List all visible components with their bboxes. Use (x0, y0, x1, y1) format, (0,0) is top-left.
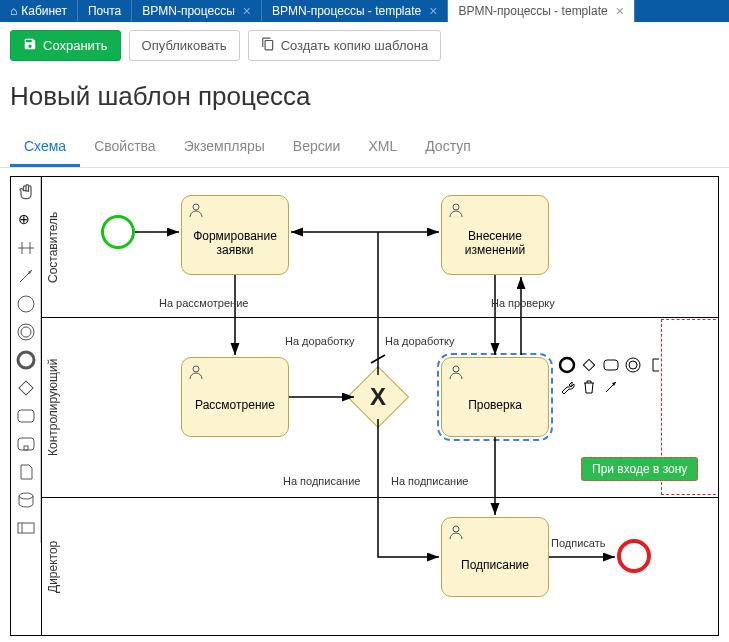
task-label: Подписание (461, 558, 529, 572)
svg-point-14 (19, 493, 33, 499)
flow-label: На доработку (285, 335, 355, 347)
svg-point-24 (626, 358, 640, 372)
svg-point-18 (453, 204, 459, 210)
flow-label: На проверку (491, 297, 555, 309)
tab-versions[interactable]: Версии (279, 128, 355, 167)
action-toolbar: Сохранить Опубликовать Создать копию шаб… (0, 22, 729, 69)
tab-schema[interactable]: Схема (10, 128, 80, 167)
flow-label: На подписание (283, 475, 360, 487)
copy-template-button[interactable]: Создать копию шаблона (248, 30, 442, 61)
close-icon[interactable]: × (429, 3, 437, 19)
section-tabs: Схема Свойства Экземпляры Версии XML Дос… (0, 128, 729, 168)
diagram-surface[interactable]: Составитель Контролирующий Директор Форм… (41, 177, 718, 635)
top-bar: ⌂Кабинет Почта BPMN-процессы× BPMN-проце… (0, 0, 729, 22)
copy-icon (261, 37, 275, 54)
context-pad (557, 355, 677, 397)
annotation-icon[interactable] (645, 355, 665, 375)
start-event[interactable] (101, 215, 135, 249)
tab-instances[interactable]: Экземпляры (170, 128, 279, 167)
flow-label: На подписание (391, 475, 468, 487)
zone-entry-badge[interactable]: При входе в зону (581, 457, 698, 481)
connect-tool-icon[interactable] (14, 265, 38, 287)
tool-palette: ⊕ (11, 177, 41, 543)
participant-icon[interactable] (14, 517, 38, 539)
user-icon (188, 202, 204, 221)
svg-point-6 (18, 296, 34, 312)
append-intermediate-icon[interactable] (623, 355, 643, 375)
gateway-x-label: X (356, 375, 400, 419)
nav-cabinet[interactable]: ⌂Кабинет (0, 0, 78, 22)
tab-bpmn-2[interactable]: BPMN-процессы - template× (262, 0, 448, 22)
close-icon[interactable]: × (243, 3, 251, 19)
task-changes[interactable]: Внесение изменений (441, 195, 549, 275)
svg-point-19 (193, 366, 199, 372)
svg-text:⊕: ⊕ (18, 211, 30, 227)
subprocess-icon[interactable] (14, 433, 38, 455)
svg-rect-13 (24, 446, 28, 450)
save-icon (23, 37, 37, 54)
lane-label: Контролирующий (41, 317, 63, 497)
save-button[interactable]: Сохранить (10, 30, 121, 61)
wrench-icon[interactable] (557, 377, 577, 397)
svg-rect-22 (583, 359, 594, 370)
svg-point-21 (560, 358, 574, 372)
task-sign[interactable]: Подписание (441, 517, 549, 597)
publish-button[interactable]: Опубликовать (129, 30, 240, 61)
svg-rect-12 (18, 438, 34, 450)
page-title: Новый шаблон процесса (0, 69, 729, 128)
task-review[interactable]: Рассмотрение (181, 357, 289, 437)
task-label: Формирование заявки (190, 229, 280, 257)
connect-icon[interactable] (601, 377, 621, 397)
flow-label: Подписать (551, 537, 605, 549)
task-icon[interactable] (14, 405, 38, 427)
append-gateway-icon[interactable] (579, 355, 599, 375)
data-object-icon[interactable] (14, 461, 38, 483)
lane-label: Составитель (41, 177, 63, 317)
home-icon: ⌂ (10, 4, 17, 18)
end-event[interactable] (617, 539, 651, 573)
task-label: Проверка (468, 398, 522, 412)
close-icon[interactable]: × (616, 3, 624, 19)
svg-point-17 (193, 204, 199, 210)
data-store-icon[interactable] (14, 489, 38, 511)
lane-label: Директор (41, 497, 63, 635)
end-event-icon[interactable] (14, 349, 38, 371)
svg-rect-10 (18, 381, 32, 395)
svg-rect-23 (604, 360, 618, 370)
task-label: Рассмотрение (195, 398, 275, 412)
tab-properties[interactable]: Свойства (80, 128, 169, 167)
tab-xml[interactable]: XML (354, 128, 411, 167)
hand-tool-icon[interactable] (14, 181, 38, 203)
task-label: Внесение изменений (450, 229, 540, 257)
trash-icon[interactable] (579, 377, 599, 397)
start-event-icon[interactable] (14, 293, 38, 315)
space-tool-icon[interactable] (14, 237, 38, 259)
svg-rect-11 (18, 410, 34, 422)
diagram-canvas[interactable]: ⊕ Составитель Контролирующий Директор (10, 176, 719, 636)
gateway-icon[interactable] (14, 377, 38, 399)
svg-point-25 (629, 361, 637, 369)
svg-rect-15 (18, 523, 34, 533)
append-task-icon[interactable] (601, 355, 621, 375)
user-icon (448, 524, 464, 543)
gateway-exclusive[interactable]: X (356, 375, 400, 419)
flow-label: На доработку (385, 335, 455, 347)
svg-point-20 (453, 366, 459, 372)
user-icon (188, 364, 204, 383)
tab-bpmn-3[interactable]: BPMN-процессы - template× (448, 0, 634, 22)
task-check[interactable]: Проверка (441, 357, 549, 437)
svg-point-28 (453, 526, 459, 532)
tab-bpmn-1[interactable]: BPMN-процессы× (132, 0, 262, 22)
append-end-event-icon[interactable] (557, 355, 577, 375)
lane-3: Директор (41, 497, 718, 635)
tab-access[interactable]: Доступ (411, 128, 485, 167)
flow-label: На рассмотрение (159, 297, 248, 309)
nav-mail[interactable]: Почта (78, 0, 132, 22)
svg-point-9 (18, 352, 34, 368)
lasso-tool-icon[interactable]: ⊕ (14, 209, 38, 231)
user-icon (448, 364, 464, 383)
user-icon (448, 202, 464, 221)
task-form[interactable]: Формирование заявки (181, 195, 289, 275)
svg-point-8 (21, 327, 31, 337)
intermediate-event-icon[interactable] (14, 321, 38, 343)
